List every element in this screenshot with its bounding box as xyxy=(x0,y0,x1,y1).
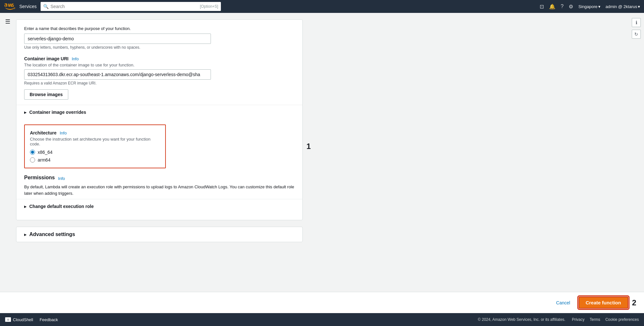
architecture-x86-option[interactable]: x86_64 xyxy=(30,150,160,155)
region-selector[interactable]: Singapore ▾ xyxy=(578,4,600,9)
aws-logo[interactable] xyxy=(4,3,15,10)
container-image-uri-info-link[interactable]: Info xyxy=(72,56,79,61)
container-image-overrides-label: Container image overrides xyxy=(29,110,86,115)
refresh-icon[interactable]: ↻ xyxy=(632,30,641,39)
help-icon[interactable]: ? xyxy=(561,4,564,9)
function-name-card: Enter a name that describes the purpose … xyxy=(16,19,303,220)
name-hint: Use only letters, numbers, hyphens, or u… xyxy=(24,45,295,50)
change-execution-role-label: Change default execution role xyxy=(29,204,94,209)
permissions-desc: By default, Lambda will create an execut… xyxy=(24,184,295,196)
container-image-uri-desc: The location of the container image to u… xyxy=(24,63,295,67)
container-image-uri-section: Container image URI Info The location of… xyxy=(24,56,295,100)
search-input[interactable] xyxy=(51,4,198,9)
info-panel-icon[interactable]: ℹ xyxy=(632,18,641,27)
container-image-uri-hint: Requires a valid Amazon ECR image URI. xyxy=(24,81,295,85)
container-image-overrides-toggle[interactable]: ▶ Container image overrides xyxy=(16,105,302,119)
services-menu[interactable]: Services xyxy=(19,4,37,9)
architecture-arm64-option[interactable]: arm64 xyxy=(30,157,160,163)
chevron-right-icon: ▶ xyxy=(24,111,27,114)
architecture-desc: Choose the instruction set architecture … xyxy=(30,137,160,146)
permissions-info-link[interactable]: Info xyxy=(58,176,65,181)
architecture-radio-group: x86_64 arm64 xyxy=(30,150,160,163)
settings-icon[interactable]: ⚙ xyxy=(569,4,573,10)
architecture-label: Architecture xyxy=(30,130,56,135)
function-name-input[interactable] xyxy=(24,34,211,44)
change-execution-role-toggle[interactable]: ▶ Change default execution role xyxy=(16,199,302,213)
sidebar-toggle[interactable]: ☰ xyxy=(5,18,10,25)
user-menu[interactable]: admin @ 2ktarus ▾ xyxy=(606,4,640,9)
search-bar[interactable]: 🔍 [Option+S] xyxy=(41,2,221,11)
search-icon: 🔍 xyxy=(43,4,49,9)
architecture-info-link[interactable]: Info xyxy=(60,131,67,135)
browse-images-button[interactable]: Browse images xyxy=(24,89,68,100)
main-content: Enter a name that describes the purpose … xyxy=(0,13,309,274)
function-name-body: Enter a name that describes the purpose … xyxy=(16,20,302,220)
terminal-icon[interactable]: ⊡ xyxy=(540,4,544,10)
permissions-section: Permissions Info By default, Lambda will… xyxy=(24,175,295,196)
right-floating-icons: ℹ ↻ xyxy=(632,18,641,39)
architecture-annotation: 1 xyxy=(307,142,311,151)
architecture-arm64-radio[interactable] xyxy=(30,157,35,163)
name-instruction: Enter a name that describes the purpose … xyxy=(24,26,295,31)
chevron-right-icon-3: ▶ xyxy=(24,233,27,236)
bell-icon[interactable]: 🔔 xyxy=(549,4,555,10)
nav-right-icons: ⊡ 🔔 ? ⚙ Singapore ▾ admin @ 2ktarus ▾ xyxy=(540,4,640,10)
container-image-uri-label: Container image URI xyxy=(24,56,69,61)
architecture-x86-radio[interactable] xyxy=(30,150,35,155)
advanced-settings-toggle[interactable]: ▶ Advanced settings xyxy=(16,227,302,242)
permissions-label: Permissions xyxy=(24,175,55,181)
architecture-arm64-label: arm64 xyxy=(38,157,51,163)
advanced-settings-label: Advanced settings xyxy=(29,232,75,237)
chevron-right-icon-2: ▶ xyxy=(24,205,27,208)
architecture-x86-label: x86_64 xyxy=(38,150,52,155)
architecture-section: Architecture Info Choose the instruction… xyxy=(24,124,166,168)
search-shortcut: [Option+S] xyxy=(200,4,218,9)
advanced-settings-card: ▶ Advanced settings xyxy=(16,227,303,242)
container-image-uri-input[interactable] xyxy=(24,69,211,80)
top-navigation: Services 🔍 [Option+S] ⊡ 🔔 ? ⚙ Singapore … xyxy=(0,0,644,13)
